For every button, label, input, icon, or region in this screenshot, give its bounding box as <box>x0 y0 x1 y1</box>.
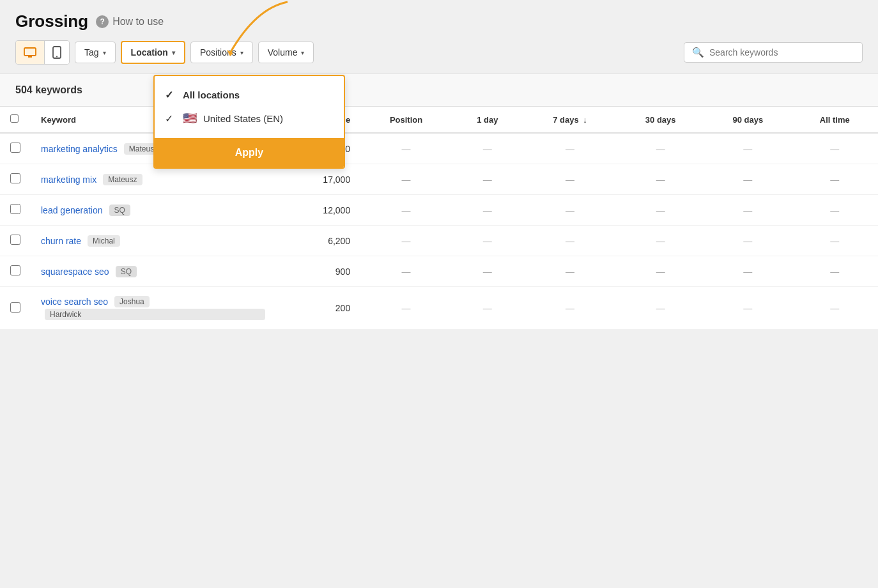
positions-chevron-icon: ▾ <box>240 49 243 56</box>
row-checkbox[interactable] <box>10 265 20 275</box>
row-checkbox-cell <box>0 133 31 164</box>
keywords-table: Keyword Volume Position 1 day 7 days ↓ <box>0 107 878 330</box>
svg-rect-1 <box>24 48 36 56</box>
day7-cell: — <box>523 164 617 195</box>
tag-badge: Michal <box>88 235 120 247</box>
all_time-cell: — <box>792 226 878 256</box>
row-checkbox-cell <box>0 256 31 287</box>
volume-cell: 12,000 <box>275 195 361 226</box>
day1-cell: — <box>452 256 523 287</box>
day1-cell: — <box>452 195 523 226</box>
table-body: marketing analyticsMateusz4,100——————mar… <box>0 133 878 330</box>
position-column-header: Position <box>360 107 452 133</box>
day7-column-header[interactable]: 7 days ↓ <box>523 107 617 133</box>
day90-column-header: 90 days <box>704 107 792 133</box>
position-cell: — <box>360 164 452 195</box>
all_time-cell: — <box>792 287 878 330</box>
how-to-use-label: How to use <box>112 16 164 27</box>
row-checkbox[interactable] <box>10 143 20 153</box>
dropdown-items-list: ✓ All locations ✓ 🇺🇸 United States (EN) <box>155 76 344 138</box>
device-toggle-group <box>15 40 70 65</box>
day30-cell: — <box>617 164 704 195</box>
keyword-link[interactable]: voice search seo <box>41 297 108 307</box>
location-label: Location <box>131 47 168 58</box>
mobile-btn[interactable] <box>45 41 69 64</box>
keyword-cell: voice search seoJoshuaHardwick <box>31 287 275 330</box>
volume-label: Volume <box>268 47 298 58</box>
table-row: lead generationSQ12,000—————— <box>0 195 878 226</box>
day90-cell: — <box>704 195 792 226</box>
day30-cell: — <box>617 256 704 287</box>
positions-label: Positions <box>200 47 236 58</box>
day30-column-header: 30 days <box>617 107 704 133</box>
day30-cell: — <box>617 226 704 256</box>
keyword-cell: lead generationSQ <box>31 195 275 226</box>
us-location-item[interactable]: ✓ 🇺🇸 United States (EN) <box>165 106 334 130</box>
position-cell: — <box>360 226 452 256</box>
day30-cell: — <box>617 287 704 330</box>
keyword-cell: churn rateMichal <box>31 226 275 256</box>
svg-point-5 <box>56 56 58 58</box>
day1-cell: — <box>452 133 523 164</box>
table-row: squarespace seoSQ900—————— <box>0 256 878 287</box>
keyword-link[interactable]: marketing mix <box>41 174 96 185</box>
row-checkbox[interactable] <box>10 302 20 313</box>
page-wrapper: Grossing ? How to use <box>0 0 878 588</box>
keyword-link[interactable]: churn rate <box>41 236 81 246</box>
day7-cell: — <box>523 256 617 287</box>
position-cell: — <box>360 133 452 164</box>
keywords-count-row: 504 keywords <box>0 74 878 107</box>
search-wrapper: 🔍 <box>684 42 863 63</box>
row-checkbox-cell <box>0 287 31 330</box>
header: Grossing ? How to use <box>0 0 878 40</box>
row-checkbox-cell <box>0 195 31 226</box>
search-icon: 🔍 <box>692 47 704 58</box>
toolbar: Tag ▾ Location ▾ ✓ All locations ✓ 🇺🇸 Un… <box>0 40 878 74</box>
volume-cell: 6,200 <box>275 226 361 256</box>
volume-cell: 200 <box>275 287 361 330</box>
keyword-link[interactable]: squarespace seo <box>41 267 109 277</box>
apply-button[interactable]: Apply <box>155 138 344 167</box>
day1-cell: — <box>452 287 523 330</box>
positions-filter-btn[interactable]: Positions ▾ <box>190 42 253 63</box>
tag-badge: SQ <box>109 205 130 216</box>
search-input[interactable] <box>709 47 854 58</box>
desktop-btn[interactable] <box>16 41 45 64</box>
row-checkbox[interactable] <box>10 173 20 183</box>
main-content: 504 keywords Keyword Volume Position <box>0 74 878 330</box>
how-to-use-button[interactable]: ? How to use <box>96 15 164 28</box>
all_time-cell: — <box>792 256 878 287</box>
row-checkbox[interactable] <box>10 204 20 214</box>
table-row: voice search seoJoshuaHardwick200—————— <box>0 287 878 330</box>
table-row: marketing analyticsMateusz4,100—————— <box>0 133 878 164</box>
tag-filter-btn[interactable]: Tag ▾ <box>75 42 116 63</box>
day1-cell: — <box>452 226 523 256</box>
volume-filter-btn[interactable]: Volume ▾ <box>258 42 314 63</box>
day90-cell: — <box>704 256 792 287</box>
tag-badge: SQ <box>116 266 137 277</box>
select-all-header[interactable] <box>0 107 31 133</box>
position-cell: — <box>360 287 452 330</box>
day90-cell: — <box>704 133 792 164</box>
alltime-column-header: All time <box>792 107 878 133</box>
day7-cell: — <box>523 226 617 256</box>
table-row: churn rateMichal6,200—————— <box>0 226 878 256</box>
table-header-row: Keyword Volume Position 1 day 7 days ↓ <box>0 107 878 133</box>
day7-sort-icon: ↓ <box>583 115 587 125</box>
row-checkbox-cell <box>0 226 31 256</box>
select-all-checkbox[interactable] <box>10 114 19 123</box>
volume-chevron-icon: ▾ <box>301 49 304 56</box>
app-title: Grossing <box>15 12 88 31</box>
keyword-link[interactable]: marketing analytics <box>41 144 118 154</box>
keyword-link[interactable]: lead generation <box>41 205 103 215</box>
keywords-count: 504 keywords <box>15 84 82 95</box>
tag-badge: Mateusz <box>103 174 142 185</box>
all_time-cell: — <box>792 164 878 195</box>
all-locations-label: All locations <box>183 89 240 100</box>
all-locations-item[interactable]: ✓ All locations <box>165 84 334 106</box>
day90-cell: — <box>704 164 792 195</box>
all_time-cell: — <box>792 195 878 226</box>
row-checkbox[interactable] <box>10 235 20 245</box>
location-filter-btn[interactable]: Location ▾ <box>121 41 185 64</box>
day7-cell: — <box>523 287 617 330</box>
